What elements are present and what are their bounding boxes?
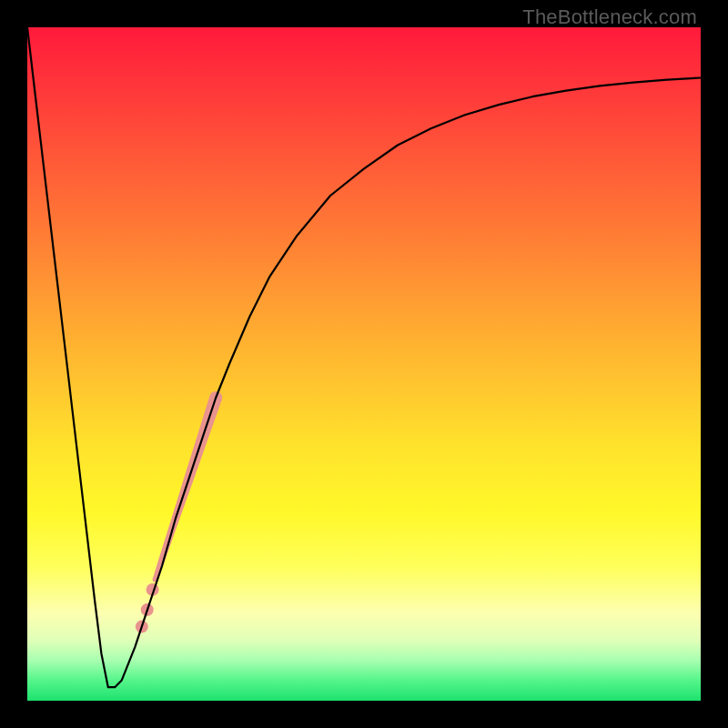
chart-frame: TheBottleneck.com [0,0,728,728]
bottleneck-curve [27,27,701,687]
plot-area [27,27,701,701]
watermark-text: TheBottleneck.com [522,5,697,29]
highlight-band [153,391,223,582]
curve-layer [27,27,701,701]
